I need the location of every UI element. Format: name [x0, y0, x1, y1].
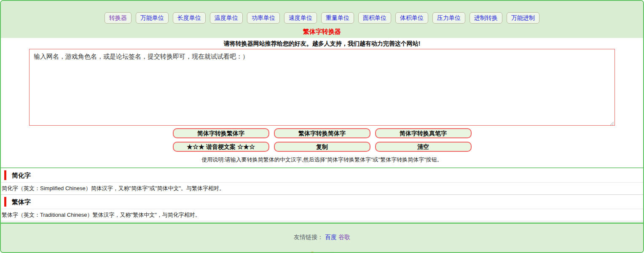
- link-google[interactable]: 谷歌: [338, 234, 350, 240]
- convert-to-traditional-button[interactable]: 简体字转换繁体字: [173, 128, 269, 138]
- nav-item-universal-base[interactable]: 万能进制: [507, 12, 539, 24]
- page-title: 繁体字转换器: [1, 28, 643, 36]
- section-description-simplified: 简化字（英文：Simplified Chinese）简体汉字，又称"简体字"或"…: [1, 183, 643, 195]
- nav-bar: 转换器 万能单位 长度单位 温度单位 功率单位 速度单位 重量单位 面积单位 体…: [1, 12, 643, 24]
- recommend-subtitle: 请将转换器网站推荐给您的好友。越多人支持，我们越有动力完善这个网站!: [1, 40, 643, 48]
- nav-item-base-conversion[interactable]: 进制转换: [470, 12, 502, 24]
- button-row-1: 简体字转换繁体字 繁体字转换简体字 简体字转换真笔字: [1, 128, 643, 138]
- nav-item-pressure-unit[interactable]: 压力单位: [432, 12, 465, 24]
- homophone-meme-button[interactable]: ★☆★ 谐音梗文案 ☆★☆: [173, 142, 269, 152]
- nav-item-weight-unit[interactable]: 重量单位: [321, 12, 354, 24]
- resize-handle-icon[interactable]: [609, 120, 614, 125]
- convert-to-zhenbizi-button[interactable]: 简体字转换真笔字: [375, 128, 472, 138]
- section-description-traditional: 繁体字（英文：Traditional Chinese）繁体汉字，又称"繁体中文"…: [1, 209, 643, 221]
- page-container: 转换器 万能单位 长度单位 温度单位 功率单位 速度单位 重量单位 面积单位 体…: [0, 0, 644, 253]
- footer: 友情链接： 百度 谷歌 苏ICP备15040432号-4苏公网安备 321111…: [1, 223, 643, 253]
- nav-item-area-unit[interactable]: 面积单位: [358, 12, 391, 24]
- icp-line: 苏ICP备15040432号-4苏公网安备 32111102000378号: [1, 251, 643, 253]
- nav-item-speed-unit[interactable]: 速度单位: [284, 12, 317, 24]
- red-bar-icon: [4, 197, 6, 207]
- friend-links-label: 友情链接：: [294, 234, 323, 240]
- friend-links: 友情链接： 百度 谷歌: [1, 234, 643, 241]
- nav-item-length-unit[interactable]: 长度单位: [173, 12, 206, 24]
- button-row-2: ★☆★ 谐音梗文案 ☆★☆ 复制 清空: [1, 142, 643, 152]
- clear-button[interactable]: 清空: [375, 142, 472, 152]
- nav-item-converter[interactable]: 转换器: [105, 12, 131, 24]
- converter-textarea[interactable]: 输入网名，游戏角色名，或是论坛签名，提交转换即可，现在就试试看吧：）: [29, 49, 615, 126]
- nav-item-temperature-unit[interactable]: 温度单位: [210, 12, 243, 24]
- section-heading-simplified: 简化字: [1, 168, 643, 183]
- section-heading-label: 简化字: [12, 172, 31, 179]
- info-sections: 简化字 简化字（英文：Simplified Chinese）简体汉字，又称"简体…: [1, 167, 643, 221]
- header: 转换器 万能单位 长度单位 温度单位 功率单位 速度单位 重量单位 面积单位 体…: [1, 1, 643, 38]
- converter-input-area: 输入网名，游戏角色名，或是论坛签名，提交转换即可，现在就试试看吧：）: [29, 49, 615, 126]
- nav-item-volume-unit[interactable]: 体积单位: [395, 12, 428, 24]
- convert-to-simplified-button[interactable]: 繁体字转换简体字: [274, 128, 370, 138]
- red-bar-icon: [4, 170, 6, 180]
- section-heading-traditional: 繁体字: [1, 195, 643, 209]
- nav-item-power-unit[interactable]: 功率单位: [247, 12, 280, 24]
- action-buttons: 简体字转换繁体字 繁体字转换简体字 简体字转换真笔字 ★☆★ 谐音梗文案 ☆★☆…: [1, 128, 643, 155]
- nav-item-universal-unit[interactable]: 万能单位: [136, 12, 169, 24]
- section-heading-label: 繁体字: [12, 198, 31, 205]
- usage-instructions: 使用说明:请输入要转换简繁体的中文汉字,然后选择"简体字转换繁体字"或"繁体字转…: [1, 156, 643, 164]
- link-baidu[interactable]: 百度: [325, 234, 337, 240]
- copy-button[interactable]: 复制: [274, 142, 370, 152]
